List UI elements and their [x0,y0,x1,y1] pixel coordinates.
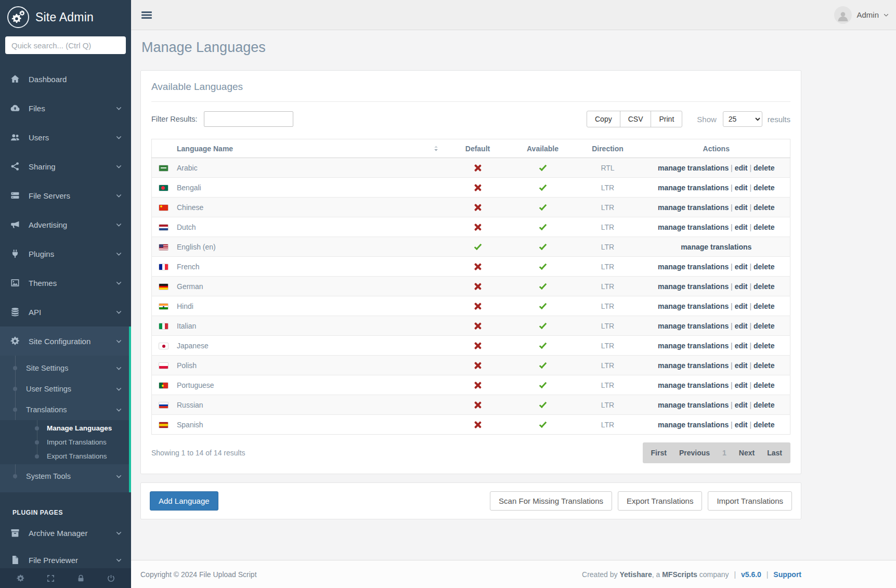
delete-link[interactable]: delete [754,322,774,330]
database-icon [9,307,21,317]
manage-translations-link[interactable]: manage translations [658,203,729,212]
delete-link[interactable]: delete [754,203,774,212]
manage-translations-link[interactable]: manage translations [658,401,729,409]
direction-cell: LTR [573,198,643,217]
quick-search-input[interactable] [5,36,126,54]
sidebar-item-export-translations[interactable]: Export Translations [0,449,131,463]
pagination-next[interactable]: Next [739,449,755,457]
pagination-previous[interactable]: Previous [679,449,710,457]
edit-link[interactable]: edit [735,263,748,271]
sidebar-item-themes[interactable]: Themes [0,268,131,297]
sidebar-item-label: Manage Languages [47,424,112,432]
language-flag-icon [159,422,168,428]
sidebar-item-user-settings[interactable]: User Settings [0,378,131,399]
edit-link[interactable]: edit [735,361,748,370]
support-link[interactable]: Support [773,570,801,579]
edit-link[interactable]: edit [735,381,748,389]
megaphone-icon [9,219,21,230]
pagination-last[interactable]: Last [767,449,782,457]
manage-translations-link[interactable]: manage translations [658,342,729,350]
default-cross-icon [474,263,482,271]
delete-link[interactable]: delete [754,401,774,409]
edit-link[interactable]: edit [735,184,748,192]
sidebar-item-dashboard[interactable]: Dashboard [0,64,131,94]
import-translations-button[interactable]: Import Translations [708,491,792,511]
manage-translations-link[interactable]: manage translations [681,243,751,251]
action-separator: | [729,381,734,389]
filter-input[interactable] [204,111,293,127]
edit-link[interactable]: edit [735,282,748,291]
credit-suffix: company [699,570,729,579]
delete-link[interactable]: delete [754,223,774,231]
user-menu[interactable]: Admin [834,6,889,24]
available-cell [513,296,573,316]
edit-link[interactable]: edit [735,421,748,429]
results-label: results [768,115,790,124]
edit-link[interactable]: edit [735,164,748,172]
sidebar-item-plugins[interactable]: Plugins [0,239,131,268]
chevron-down-icon [116,193,122,199]
footer-credits: Created by Yetishare, a MFScripts compan… [582,570,801,579]
edit-link[interactable]: edit [735,223,748,231]
delete-link[interactable]: delete [754,342,774,350]
manage-translations-link[interactable]: manage translations [658,302,729,310]
sidebar-toggle-menu-icon[interactable] [140,9,153,21]
sidebar-item-sharing[interactable]: Sharing [0,152,131,181]
edit-link[interactable]: edit [735,203,748,212]
edit-link[interactable]: edit [735,342,748,350]
manage-translations-link[interactable]: manage translations [658,282,729,291]
manage-translations-link[interactable]: manage translations [658,322,729,330]
delete-link[interactable]: delete [754,164,774,172]
sidebar-item-users[interactable]: Users [0,123,131,152]
edit-link[interactable]: edit [735,401,748,409]
delete-link[interactable]: delete [754,381,774,389]
column-header-language-name[interactable]: Language Name [152,139,443,158]
manage-translations-link[interactable]: manage translations [658,361,729,370]
lock-icon[interactable] [76,574,85,583]
sidebar-item-label: File Servers [29,191,70,200]
manage-translations-link[interactable]: manage translations [658,184,729,192]
delete-link[interactable]: delete [754,302,774,310]
sidebar-item-advertising[interactable]: Advertising [0,210,131,239]
csv-button[interactable]: CSV [620,111,652,127]
sidebar-item-site-settings[interactable]: Site Settings [0,358,131,378]
sidebar-item-file-servers[interactable]: File Servers [0,181,131,210]
pagination-current-page[interactable]: 1 [722,449,726,457]
manage-translations-link[interactable]: manage translations [658,381,729,389]
manage-translations-link[interactable]: manage translations [658,223,729,231]
delete-link[interactable]: delete [754,421,774,429]
delete-link[interactable]: delete [754,361,774,370]
export-translations-button[interactable]: Export Translations [618,491,702,511]
delete-link[interactable]: delete [754,282,774,291]
manage-translations-link[interactable]: manage translations [658,421,729,429]
edit-link[interactable]: edit [735,302,748,310]
action-separator: | [748,322,754,330]
sidebar-item-import-translations[interactable]: Import Translations [0,435,131,449]
copy-button[interactable]: Copy [587,111,620,127]
sidebar-item-system-tools[interactable]: System Tools [0,464,131,488]
print-button[interactable]: Print [651,111,682,127]
pagination-first[interactable]: First [651,449,667,457]
scan-missing-translations-button[interactable]: Scan For Missing Translations [490,491,612,511]
fullscreen-expand-icon[interactable] [46,574,55,583]
manage-translations-link[interactable]: manage translations [658,263,729,271]
manage-translations-link[interactable]: manage translations [658,164,729,172]
power-icon[interactable] [107,574,115,583]
edit-link[interactable]: edit [735,322,748,330]
language-name: Russian [177,401,203,409]
brand[interactable]: Site Admin [0,0,131,29]
sidebar-item-archive-manager[interactable]: Archive Manager [0,519,131,546]
delete-link[interactable]: delete [754,263,774,271]
available-cell [513,198,573,217]
table-toolbar: Filter Results: Copy CSV Print Show 25 r… [151,111,790,127]
sidebar-item-translations[interactable]: Translations [0,399,131,420]
sidebar-item-site-configuration[interactable]: Site Configuration [0,326,131,356]
settings-gear-icon[interactable] [16,574,25,583]
per-page-select[interactable]: 25 [723,111,762,127]
action-separator: | [729,184,734,192]
add-language-button[interactable]: Add Language [150,491,218,511]
delete-link[interactable]: delete [754,184,774,192]
sidebar-item-files[interactable]: Files [0,94,131,123]
sidebar-item-manage-languages[interactable]: Manage Languages [0,421,131,435]
sidebar-item-api[interactable]: API [0,297,131,326]
